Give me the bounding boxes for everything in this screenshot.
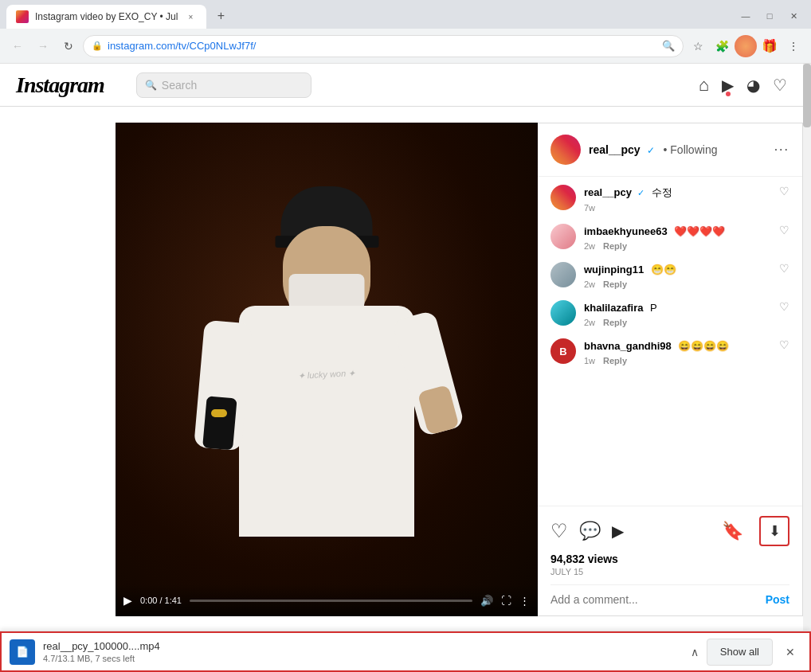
views-count: 94,832 views xyxy=(550,553,789,565)
explore-icon[interactable]: ◕ xyxy=(746,76,760,95)
comment-username: khalilazafira xyxy=(584,302,643,314)
more-options-button[interactable]: ··· xyxy=(774,143,789,157)
progress-bar[interactable] xyxy=(190,600,472,602)
comments-section: real__pcy ✓ • Following ··· real__pcy ✓ … xyxy=(538,123,803,616)
instagram-page: Instagram 🔍 Search ⌂ ▶ ◕ ♡ xyxy=(0,64,803,672)
comment-body: imbaekhyunee63 ❤️❤️❤️❤️ 2w Reply xyxy=(584,224,771,251)
video-controls: ▶ 0:00 / 1:41 🔊 ⛶ ⋮ xyxy=(116,584,538,616)
more-options-icon[interactable]: ⋮ xyxy=(519,595,530,607)
comment-like-icon[interactable]: ♡ xyxy=(779,224,789,251)
scrollbar-thumb[interactable] xyxy=(803,64,811,127)
back-button[interactable]: ← xyxy=(6,35,29,57)
comment-icon[interactable]: 💬 xyxy=(579,521,601,541)
comment-time: 7w xyxy=(584,203,595,213)
instagram-logo[interactable]: Instagram xyxy=(16,72,104,98)
address-bar[interactable]: 🔒 instagram.com/tv/CCp0NLwJf7f/ 🔍 xyxy=(83,35,684,57)
comment-username: real__pcy xyxy=(584,186,632,198)
comment-avatar[interactable] xyxy=(550,224,576,249)
video-section[interactable]: ✦ lucky won ✦ ▶ 0:00 / 1:41 🔊 ⛶ ⋮ xyxy=(116,123,538,616)
comment-like-icon[interactable]: ♡ xyxy=(779,185,789,213)
volume-icon[interactable]: 🔊 xyxy=(480,595,493,607)
chrome-menu-button[interactable]: ⋮ xyxy=(782,35,805,57)
send-icon[interactable]: ▶ xyxy=(722,76,734,95)
header-nav: ⌂ ▶ ◕ ♡ xyxy=(699,75,787,96)
like-icon[interactable]: ♡ xyxy=(550,520,568,542)
search-icon: 🔍 xyxy=(145,80,157,91)
comment-verified-icon: ✓ xyxy=(637,188,644,197)
search-icon: 🔍 xyxy=(662,40,675,52)
home-icon[interactable]: ⌂ xyxy=(699,75,709,96)
active-tab[interactable]: Instagram video by EXO_CY • Jul × xyxy=(6,5,206,29)
comment-body: wujinping11 😁😁 2w Reply xyxy=(584,262,771,289)
comment-item: khalilazafira P 2w Reply ♡ xyxy=(550,300,789,327)
download-close-button[interactable]: ✕ xyxy=(779,641,801,663)
post-date: JULY 15 xyxy=(550,567,789,576)
comments-list: real__pcy ✓ 수정 7w ♡ imbaekhyunee63 ❤️❤️❤… xyxy=(538,177,802,506)
play-button[interactable]: ▶ xyxy=(123,594,132,607)
show-all-button[interactable]: Show all xyxy=(707,639,773,666)
reply-button[interactable]: Reply xyxy=(603,318,627,327)
minimize-button[interactable]: — xyxy=(735,5,757,27)
add-comment-row: Post xyxy=(550,584,789,606)
thumb xyxy=(417,385,459,435)
download-chevron-button[interactable]: ∧ xyxy=(691,646,699,658)
search-bar[interactable]: 🔍 Search xyxy=(136,72,311,98)
reply-button[interactable]: Reply xyxy=(603,241,627,251)
download-bar-actions: Show all ✕ xyxy=(707,639,801,666)
download-file-icon: 📄 xyxy=(10,639,35,665)
comment-avatar[interactable]: B xyxy=(550,338,576,364)
comment-meta: 2w Reply xyxy=(584,241,771,251)
download-button[interactable]: ⬇ xyxy=(759,516,789,546)
tab-favicon xyxy=(16,10,29,23)
url-text: instagram.com/tv/CCp0NLwJf7f/ xyxy=(108,40,657,52)
tab-bar: Instagram video by EXO_CY • Jul × + — □ … xyxy=(0,0,811,29)
fullscreen-icon[interactable]: ⛶ xyxy=(501,595,511,607)
body: ✦ lucky won ✦ xyxy=(239,306,414,537)
bookmark-icon[interactable]: 🔖 xyxy=(722,521,743,541)
video-time: 0:00 / 1:41 xyxy=(140,596,182,605)
extensions-puzzle-button[interactable]: 🧩 xyxy=(711,35,733,57)
search-placeholder: Search xyxy=(162,79,197,92)
comment-like-icon[interactable]: ♡ xyxy=(779,338,789,365)
reply-button[interactable]: Reply xyxy=(603,356,627,365)
extension-reward-button[interactable]: 🎁 xyxy=(758,35,781,57)
notification-dot xyxy=(726,92,731,96)
comment-text: ❤️❤️❤️❤️ xyxy=(674,225,725,237)
post-header: real__pcy ✓ • Following ··· xyxy=(538,123,802,177)
comment-input[interactable] xyxy=(550,593,766,606)
reply-button[interactable]: Reply xyxy=(603,279,627,289)
phone xyxy=(202,396,237,450)
scrollbar-track[interactable] xyxy=(803,64,811,672)
heart-icon[interactable]: ♡ xyxy=(773,76,787,95)
bookmark-star-button[interactable]: ☆ xyxy=(687,35,709,57)
comment-avatar[interactable] xyxy=(550,262,576,287)
instagram-header: Instagram 🔍 Search ⌂ ▶ ◕ ♡ xyxy=(0,64,803,107)
comment-like-icon[interactable]: ♡ xyxy=(779,300,789,327)
comment-like-icon[interactable]: ♡ xyxy=(779,262,789,289)
post-actions: ♡ 💬 ▶ 🔖 ⬇ 94,832 views JULY 15 Post xyxy=(538,506,802,615)
profile-avatar-button[interactable] xyxy=(735,35,757,57)
maximize-button[interactable]: □ xyxy=(758,5,781,27)
tab-close-button[interactable]: × xyxy=(184,10,197,23)
refresh-button[interactable]: ↻ xyxy=(57,35,80,57)
comment-meta: 1w Reply xyxy=(584,356,771,365)
comment-avatar[interactable] xyxy=(550,300,576,326)
comment-item: wujinping11 😁😁 2w Reply ♡ xyxy=(550,262,789,289)
close-button[interactable]: ✕ xyxy=(782,5,805,27)
new-tab-button[interactable]: + xyxy=(210,5,232,27)
scene-person: ✦ lucky won ✦ xyxy=(207,186,446,584)
post-comment-button[interactable]: Post xyxy=(766,593,789,606)
comment-meta: 2w Reply xyxy=(584,279,771,289)
comment-avatar[interactable] xyxy=(550,185,576,210)
comment-time: 2w xyxy=(584,241,595,251)
lock-icon: 🔒 xyxy=(92,41,103,51)
share-icon[interactable]: ▶ xyxy=(612,522,624,541)
comment-body: real__pcy ✓ 수정 7w xyxy=(584,185,771,213)
author-avatar[interactable] xyxy=(550,135,581,165)
comment-body: bhavna_gandhi98 😄😄😄😄 1w Reply xyxy=(584,338,771,365)
comment-item: imbaekhyunee63 ❤️❤️❤️❤️ 2w Reply ♡ xyxy=(550,224,789,251)
forward-button[interactable]: → xyxy=(32,35,54,57)
comment-text: 😄😄😄😄 xyxy=(678,340,729,352)
author-username[interactable]: real__pcy xyxy=(589,143,641,156)
comment-item: B bhavna_gandhi98 😄😄😄😄 1w Reply ♡ xyxy=(550,338,789,365)
